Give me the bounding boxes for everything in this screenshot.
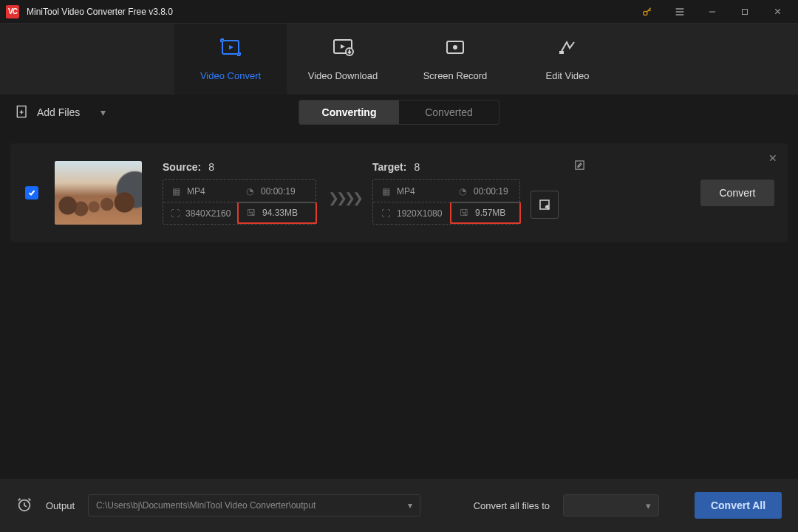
convert-all-format-selector[interactable]: ▾: [563, 494, 659, 516]
add-file-icon: [15, 104, 30, 121]
toolbar: Add Files ▾ Converting Converted: [0, 95, 798, 130]
bottom-bar: Output C:\Users\bj\Documents\MiniTool Vi…: [0, 479, 798, 532]
source-block: Source: 8 ▦MP4 ◔00:00:19 ⛶3840X2160 🖫94.…: [163, 161, 316, 225]
format-icon: ▦: [381, 186, 391, 197]
tab-label: Screen Record: [423, 70, 488, 81]
convert-button[interactable]: Convert: [700, 180, 774, 206]
content-area: Source: 8 ▦MP4 ◔00:00:19 ⛶3840X2160 🖫94.…: [0, 130, 798, 479]
minimize-button[interactable]: [696, 1, 729, 23]
scheduler-icon[interactable]: [16, 497, 33, 515]
target-label: Target:: [372, 161, 406, 173]
duration-icon: ◔: [245, 186, 255, 197]
download-icon: [332, 38, 354, 61]
tab-video-download[interactable]: Video Download: [287, 24, 399, 95]
remove-item-button[interactable]: ✕: [768, 152, 777, 164]
arrow-icon: ❯❯❯❯: [316, 190, 372, 206]
convert-all-button[interactable]: Convert All: [695, 492, 782, 519]
close-button[interactable]: [761, 1, 794, 23]
tab-edit-video[interactable]: Edit Video: [511, 24, 624, 95]
format-icon: ▦: [171, 186, 181, 197]
src-size: 94.33MB: [262, 208, 298, 218]
convert-all-files-label: Convert all files to: [474, 500, 550, 511]
svg-rect-7: [559, 51, 564, 54]
src-resolution: 3840X2160: [185, 208, 231, 219]
tab-label: Edit Video: [545, 70, 589, 81]
titlebar: VC MiniTool Video Converter Free v3.8.0: [0, 0, 798, 24]
filesize-icon: 🖫: [246, 208, 256, 218]
duration-icon: ◔: [457, 186, 468, 197]
target-block: Target: 8 ▦MP4 ◔00:00:19 ⛶1920X1080 🖫9.5…: [372, 161, 559, 225]
convert-icon: [219, 38, 242, 61]
tab-label: Video Convert: [200, 70, 261, 81]
item-checkbox[interactable]: [25, 186, 38, 200]
resolution-icon: ⛶: [381, 208, 391, 219]
edit-icon: [556, 38, 579, 61]
tgt-duration: 00:00:19: [474, 186, 508, 197]
add-files-button[interactable]: Add Files ▾: [15, 104, 106, 121]
tgt-size: 9.57MB: [475, 208, 505, 218]
tgt-format: MP4: [397, 186, 415, 197]
seg-converting[interactable]: Converting: [299, 100, 399, 124]
source-grid: ▦MP4 ◔00:00:19 ⛶3840X2160 🖫94.33MB: [163, 179, 316, 225]
dropdown-icon[interactable]: ▾: [100, 106, 106, 118]
chevron-down-icon: ▾: [646, 500, 651, 511]
filesize-icon: 🖫: [459, 208, 469, 218]
source-id: 8: [208, 161, 214, 173]
source-label: Source:: [163, 161, 201, 173]
target-grid: ▦MP4 ◔00:00:19 ⛶1920X1080 🖫9.57MB: [372, 179, 520, 225]
app-logo: VC: [6, 5, 19, 18]
target-id: 8: [414, 161, 420, 173]
output-label: Output: [46, 500, 75, 511]
menu-icon[interactable]: [664, 1, 696, 23]
tgt-resolution: 1920X1080: [397, 208, 442, 219]
add-files-label: Add Files: [37, 106, 80, 118]
resolution-icon: ⛶: [171, 208, 180, 219]
output-path-text: C:\Users\bj\Documents\MiniTool Video Con…: [96, 500, 316, 511]
tab-label: Video Download: [308, 70, 378, 81]
edit-target-icon[interactable]: [574, 160, 585, 173]
output-path-selector[interactable]: C:\Users\bj\Documents\MiniTool Video Con…: [88, 494, 420, 516]
src-duration: 00:00:19: [261, 186, 296, 197]
chevron-down-icon: ▾: [408, 500, 412, 511]
tab-video-convert[interactable]: Video Convert: [174, 24, 287, 95]
svg-point-6: [453, 45, 457, 50]
src-format: MP4: [187, 186, 205, 197]
license-key-icon[interactable]: [631, 1, 664, 23]
main-tabs: Video Convert Video Download Screen Reco…: [0, 24, 798, 95]
maximize-button[interactable]: [729, 1, 761, 23]
seg-converted[interactable]: Converted: [399, 100, 499, 124]
svg-rect-1: [743, 9, 748, 14]
app-title: MiniTool Video Converter Free v3.8.0: [27, 7, 631, 17]
conversion-item: Source: 8 ▦MP4 ◔00:00:19 ⛶3840X2160 🖫94.…: [10, 143, 788, 242]
record-icon: [444, 38, 466, 61]
status-segment: Converting Converted: [299, 100, 499, 125]
svg-rect-10: [576, 161, 584, 169]
output-settings-button[interactable]: [531, 191, 559, 219]
tab-screen-record[interactable]: Screen Record: [399, 24, 511, 95]
video-thumbnail[interactable]: [55, 161, 142, 225]
